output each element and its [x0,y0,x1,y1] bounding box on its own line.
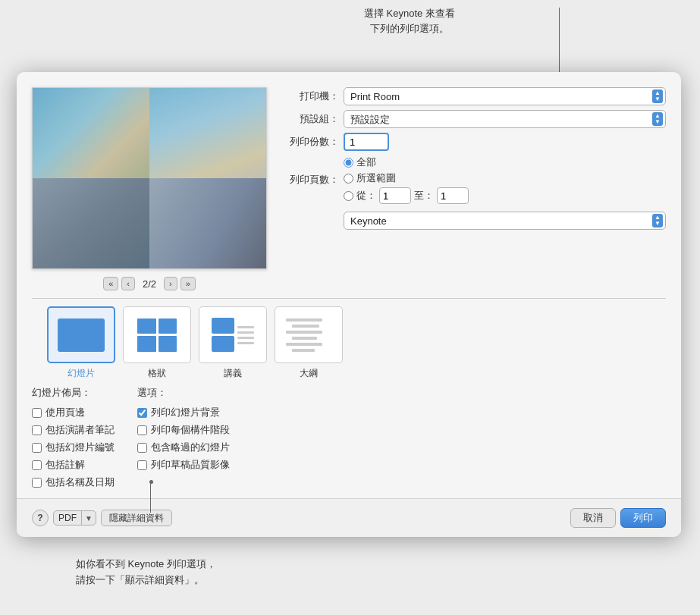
print-opt-draft-label: 列印草稿品質影像 [151,458,230,472]
layout-opt-notes[interactable]: 包括演講者筆記 [32,423,115,437]
layout-opt-namedate-check[interactable] [32,478,42,488]
outline-line-3 [286,331,322,334]
grid-cell-3 [137,336,156,352]
pdf-label: PDF [54,511,82,525]
nav-last-button[interactable]: » [180,277,196,290]
pages-label: 列印頁數： [282,173,339,187]
handout-line-2 [237,331,254,334]
preset-row: 預設組： 預設設定 ▲▼ [282,110,666,128]
annotation-arrow-line [559,8,560,80]
print-opt-builds-label: 列印每個構件階段 [151,423,230,437]
print-opt-bg[interactable]: 列印幻燈片背景 [137,406,230,419]
layout-opt-notes-check[interactable] [32,425,42,435]
bottom-annotation-line1: 如你看不到 Keynote 列印選項， [76,557,216,573]
preview-img-3 [33,178,149,268]
nav-next-button[interactable]: › [164,277,177,290]
pages-to-input[interactable] [437,187,469,204]
layout-opt-comments-check[interactable] [32,460,42,470]
print-opt-bg-label: 列印幻燈片背景 [151,406,220,419]
outline-icon [286,318,331,352]
print-opt-skipped-label: 包含略過的幻燈片 [151,441,230,454]
type-grid-label: 格狀 [148,367,166,380]
outline-line-6 [292,349,315,352]
type-outline[interactable]: 大綱 [275,306,343,380]
preset-label: 預設組： [282,112,339,126]
pages-radio-group: 全部 所選範圍 從： 至： [344,155,469,204]
layout-opt-comments-label: 包括註解 [46,458,85,472]
layout-opt-margins-label: 使用頁邊 [46,406,85,419]
layout-options-col: 幻燈片佈局： 使用頁邊 包括演講者筆記 包括幻燈片編號 包括註解 包括名稱及日期 [32,386,115,489]
pages-all-option[interactable]: 全部 [344,155,469,169]
copies-row: 列印份數： [282,133,666,151]
copies-label: 列印份數： [282,135,339,149]
preview-box [32,87,267,269]
pages-range-radio[interactable] [344,191,353,201]
preview-img-4 [149,178,266,268]
print-opt-skipped[interactable]: 包含略過的幻燈片 [137,441,230,454]
type-icons-section: 幻燈片 格狀 [17,306,681,380]
pdf-arrow-icon: ▼ [82,513,96,524]
type-grid-box [123,306,191,363]
printer-select[interactable]: Print Room [344,87,666,105]
preview-img-2 [149,88,266,178]
layout-opt-notes-label: 包括演講者筆記 [46,423,115,437]
type-grid[interactable]: 格狀 [123,306,191,380]
options-section: 幻燈片佈局： 使用頁邊 包括演講者筆記 包括幻燈片編號 包括註解 包括名稱及日期 [17,380,681,489]
type-handout[interactable]: 講義 [199,306,267,380]
print-options-col: 選項： 列印幻燈片背景 列印每個構件階段 包含略過的幻燈片 列印草稿品質影像 [137,386,230,489]
type-handout-box [199,306,267,363]
pages-to-label: 至： [414,189,434,202]
layout-opt-comments[interactable]: 包括註解 [32,458,115,472]
print-options-title: 選項： [137,386,230,400]
hide-detail-button[interactable]: 隱藏詳細資料 [101,510,172,526]
keynote-select-wrapper: Keynote ▲▼ [344,212,666,230]
pages-selection-label: 所選範圍 [356,171,396,185]
bottom-annotation-arrow-dot [149,480,153,484]
pages-range-row: 從： 至： [344,187,469,204]
layout-opt-numbers[interactable]: 包括幻燈片編號 [32,441,115,454]
top-annotation: 選擇 Keynote 來查看 下列的列印選項。 [364,6,455,36]
preset-select[interactable]: 預設設定 [344,110,666,128]
print-button[interactable]: 列印 [620,508,666,528]
preview-panel: « ‹ 2/2 › » [32,87,267,290]
cancel-button[interactable]: 取消 [570,508,616,528]
pages-from-input[interactable] [379,187,411,204]
pages-all-radio[interactable] [344,158,353,168]
print-opt-draft-check[interactable] [137,460,147,470]
print-opt-skipped-check[interactable] [137,443,147,453]
print-opt-draft[interactable]: 列印草稿品質影像 [137,458,230,472]
keynote-select[interactable]: Keynote [344,212,666,230]
handout-icon [212,318,254,352]
type-outline-label: 大綱 [300,367,318,380]
nav-prev-button[interactable]: ‹ [121,277,135,290]
bottom-annotation-line2: 請按一下「顯示詳細資料」。 [76,573,216,588]
pages-selection-option[interactable]: 所選範圍 [344,171,469,185]
nav-first-button[interactable]: « [103,277,118,290]
print-opt-builds-check[interactable] [137,425,147,435]
type-outline-box [275,306,343,363]
bottom-annotation: 如你看不到 Keynote 列印選項， 請按一下「顯示詳細資料」。 [76,557,216,588]
keynote-row: Keynote ▲▼ [282,212,666,230]
grid-cell-2 [159,318,177,334]
pages-selection-radio[interactable] [344,174,353,184]
copies-input[interactable] [344,133,389,151]
help-button[interactable]: ? [32,510,49,526]
handout-slide-2 [212,336,234,352]
handout-lines [237,318,254,352]
preset-select-wrapper: 預設設定 ▲▼ [344,110,666,128]
layout-opt-margins[interactable]: 使用頁邊 [32,406,115,419]
pdf-button[interactable]: PDF ▼ [53,510,96,526]
pages-row: 列印頁數： 全部 所選範圍 從： 至： [282,155,666,204]
bottom-annotation-arrow-line [150,482,151,513]
outline-line-1 [286,318,322,322]
print-opt-bg-check[interactable] [137,408,147,418]
outline-line-4 [292,337,317,340]
type-slides-label: 幻燈片 [67,367,95,380]
preview-img-1 [33,88,149,178]
layout-opt-numbers-check[interactable] [32,443,42,453]
layout-opt-namedate[interactable]: 包括名稱及日期 [32,475,115,489]
layout-opt-margins-check[interactable] [32,408,42,418]
handout-line-3 [237,337,254,339]
print-opt-builds[interactable]: 列印每個構件階段 [137,423,230,437]
type-slides[interactable]: 幻燈片 [47,306,115,380]
